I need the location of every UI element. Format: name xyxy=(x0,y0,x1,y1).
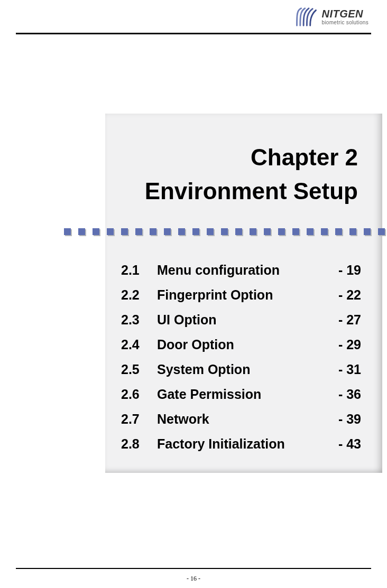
toc-page: - 22 xyxy=(324,287,361,303)
toc-page: - 43 xyxy=(324,436,361,452)
toc-num: 2.6 xyxy=(121,387,157,402)
toc-page: - 36 xyxy=(324,387,361,402)
toc-row: 2.1 Menu configuration - 19 xyxy=(121,263,361,278)
chapter-number: Chapter 2 xyxy=(118,144,358,171)
toc-page: - 39 xyxy=(324,412,361,427)
table-of-contents: 2.1 Menu configuration - 19 2.2 Fingerpr… xyxy=(118,263,361,452)
toc-num: 2.8 xyxy=(121,436,157,452)
toc-row: 2.8 Factory Initialization - 43 xyxy=(121,436,361,452)
chapter-box: Chapter 2 Environment Setup 2.1 Menu con… xyxy=(105,114,382,473)
toc-row: 2.5 System Option - 31 xyxy=(121,362,361,377)
brand-subtitle: biometric solutions xyxy=(321,20,368,25)
toc-title: System Option xyxy=(157,362,324,377)
toc-num: 2.2 xyxy=(121,287,157,303)
header-rule xyxy=(16,33,371,34)
toc-title: Door Option xyxy=(157,337,324,352)
toc-row: 2.2 Fingerprint Option - 22 xyxy=(121,287,361,303)
toc-row: 2.4 Door Option - 29 xyxy=(121,337,361,352)
toc-page: - 29 xyxy=(324,337,361,352)
toc-page: - 19 xyxy=(324,263,361,278)
decorative-dot-strip xyxy=(64,228,387,238)
toc-row: 2.6 Gate Permission - 36 xyxy=(121,387,361,402)
toc-page: - 27 xyxy=(324,312,361,328)
toc-row: 2.3 UI Option - 27 xyxy=(121,312,361,328)
brand-name: NITGEN xyxy=(321,8,368,19)
toc-page: - 31 xyxy=(324,362,361,377)
page: NITGEN biometric solutions Chapter 2 Env… xyxy=(0,0,387,588)
fingerprint-logo-icon xyxy=(294,6,318,27)
toc-title: Fingerprint Option xyxy=(157,287,324,303)
toc-title: Factory Initialization xyxy=(157,436,324,452)
toc-num: 2.5 xyxy=(121,362,157,377)
page-number: - 16 - xyxy=(0,575,387,583)
brand-text: NITGEN biometric solutions xyxy=(321,8,368,25)
chapter-title: Environment Setup xyxy=(118,178,358,204)
toc-num: 2.7 xyxy=(121,412,157,427)
footer-rule xyxy=(16,568,371,569)
toc-title: Network xyxy=(157,412,324,427)
toc-title: UI Option xyxy=(157,312,324,328)
toc-num: 2.1 xyxy=(121,263,157,278)
toc-row: 2.7 Network - 39 xyxy=(121,412,361,427)
toc-num: 2.4 xyxy=(121,337,157,352)
toc-title: Gate Permission xyxy=(157,387,324,402)
toc-num: 2.3 xyxy=(121,312,157,328)
header-brand: NITGEN biometric solutions xyxy=(294,6,368,27)
toc-title: Menu configuration xyxy=(157,263,324,278)
